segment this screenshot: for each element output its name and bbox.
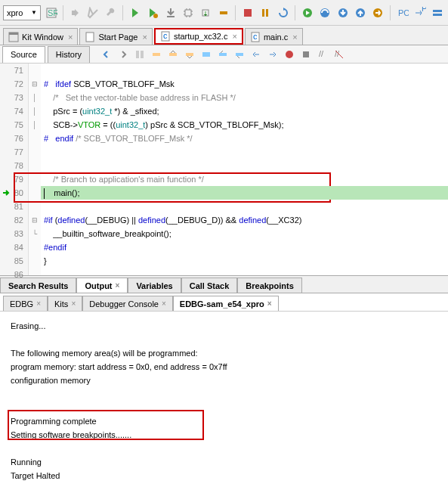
svg-point-2: [153, 14, 158, 18]
svg-rect-34: [303, 51, 309, 57]
hold-icon[interactable]: [216, 5, 230, 21]
play-icon[interactable]: [128, 5, 142, 21]
pc-icon[interactable]: PC: [395, 5, 409, 21]
close-icon[interactable]: ×: [267, 299, 272, 308]
svg-rect-8: [266, 9, 268, 17]
macro-stop-icon[interactable]: [298, 47, 314, 62]
output-tab[interactable]: Debugger Console×: [82, 296, 173, 311]
svg-rect-29: [186, 53, 193, 56]
output-tab[interactable]: Kits×: [48, 296, 82, 311]
chip-read-icon[interactable]: [199, 5, 213, 21]
output-tab[interactable]: EDBG×: [3, 296, 48, 311]
src-icon[interactable]: SRC: [44, 5, 58, 21]
tab-label: Start Page: [98, 33, 137, 42]
page-icon: [85, 32, 95, 42]
comment-icon[interactable]: //: [315, 47, 330, 62]
bookmark-icon[interactable]: [199, 47, 214, 62]
stop-icon[interactable]: [240, 5, 255, 21]
pause-icon[interactable]: [258, 5, 273, 21]
code-editor[interactable]: 71727374757677787980818283848586 ⊟│││⊟└ …: [0, 64, 448, 275]
wrench-icon[interactable]: [104, 5, 118, 21]
close-icon[interactable]: ×: [162, 299, 166, 308]
find-sel-icon[interactable]: [149, 47, 164, 62]
code-area[interactable]: # ifdef SCB_VTOR_TBLOFF_Msk /* Set the v…: [41, 64, 448, 275]
shift-right-icon[interactable]: [265, 47, 280, 62]
close-icon[interactable]: ×: [68, 33, 73, 42]
svg-text:SRC: SRC: [48, 8, 57, 17]
window-icon: [8, 32, 19, 42]
uncomment-icon[interactable]: //: [332, 47, 347, 62]
tab-start-page[interactable]: Start Page ×: [79, 28, 152, 45]
close-icon[interactable]: ×: [232, 32, 236, 41]
continue-icon[interactable]: [300, 5, 314, 21]
diff-icon[interactable]: [132, 47, 147, 62]
svg-text:PC: PC: [398, 8, 409, 17]
broom-icon[interactable]: [86, 5, 100, 21]
fold-gutter: ⊟│││⊟└: [29, 64, 41, 275]
bookmark-next-icon[interactable]: [232, 47, 247, 62]
nav-back-icon[interactable]: [99, 47, 114, 62]
svg-text://: //: [319, 49, 324, 58]
separator: [235, 5, 236, 20]
console-line: The following memory area(s) will be pro…: [11, 346, 437, 360]
config-combo[interactable]: xpro ▼: [3, 5, 41, 20]
nav-fwd-icon[interactable]: [116, 47, 131, 62]
hammer-icon[interactable]: [68, 5, 82, 21]
close-icon[interactable]: ×: [71, 299, 76, 308]
shift-left-icon[interactable]: [249, 47, 264, 62]
tab-history[interactable]: History: [48, 46, 90, 63]
download-icon[interactable]: [163, 5, 178, 21]
console-line: [11, 333, 437, 346]
close-icon[interactable]: ×: [36, 299, 41, 308]
combo-value: xpro: [7, 8, 23, 17]
svg-rect-6: [244, 9, 252, 17]
reset-icon[interactable]: [276, 5, 290, 21]
output-sub-tab-bar: EDBG×Kits×Debugger Console×EDBG-sam_e54_…: [0, 293, 448, 312]
step-out-icon[interactable]: [353, 5, 367, 21]
svg-rect-27: [153, 53, 160, 56]
separator: [122, 5, 123, 20]
tab-main-c[interactable]: c main.c ×: [245, 28, 303, 45]
tab-source[interactable]: Source: [2, 46, 45, 63]
c-file-icon: c: [160, 31, 171, 42]
find-prev-icon[interactable]: [165, 47, 181, 62]
svg-rect-7: [262, 9, 264, 17]
bookmark-prev-icon[interactable]: [215, 47, 230, 62]
file-tab-bar: Kit Window × Start Page × c startup_xc32…: [0, 26, 448, 45]
svg-rect-28: [169, 53, 177, 56]
console-line: [11, 401, 437, 414]
console-line: [11, 442, 437, 455]
close-icon[interactable]: ×: [292, 33, 297, 42]
tab-kit-window[interactable]: Kit Window ×: [3, 28, 78, 45]
tab-label: Kit Window: [22, 33, 63, 42]
console-line: [11, 387, 437, 401]
output-console[interactable]: Erasing... The following memory area(s) …: [0, 312, 448, 478]
cursorpc-icon[interactable]: PC: [412, 5, 427, 21]
console-line: Target Halted: [11, 469, 437, 482]
svg-point-33: [286, 51, 293, 58]
svg-rect-32: [236, 53, 243, 56]
step-over-icon[interactable]: [318, 5, 332, 21]
console-line: Setting software breakpoints.......: [11, 428, 437, 442]
tab-startup-xc32[interactable]: c startup_xc32.c ×: [154, 28, 243, 45]
svg-rect-16: [433, 10, 442, 12]
close-icon[interactable]: ×: [116, 281, 120, 290]
run-to-cursor-icon[interactable]: [371, 5, 385, 21]
svg-rect-25: [136, 51, 139, 58]
step-into-icon[interactable]: [335, 5, 350, 21]
separator: [295, 5, 295, 20]
focus-icon[interactable]: [431, 5, 445, 21]
c-file-icon: c: [250, 32, 261, 42]
output-tab[interactable]: EDBG-sam_e54_xpro×: [173, 296, 279, 311]
macro-rec-icon[interactable]: [282, 47, 297, 62]
play-debug-icon[interactable]: [146, 5, 160, 21]
console-line: program memory: start address = 0x0, end…: [11, 360, 437, 374]
svg-rect-30: [202, 52, 210, 57]
close-icon[interactable]: ×: [142, 33, 147, 42]
main-toolbar: xpro ▼ SRC PC PC: [0, 0, 448, 26]
find-next-icon[interactable]: [182, 47, 197, 62]
svg-text:PC: PC: [422, 7, 426, 13]
svg-rect-5: [220, 11, 227, 14]
tab-label: main.c: [264, 33, 288, 42]
chip-icon[interactable]: [181, 5, 195, 21]
